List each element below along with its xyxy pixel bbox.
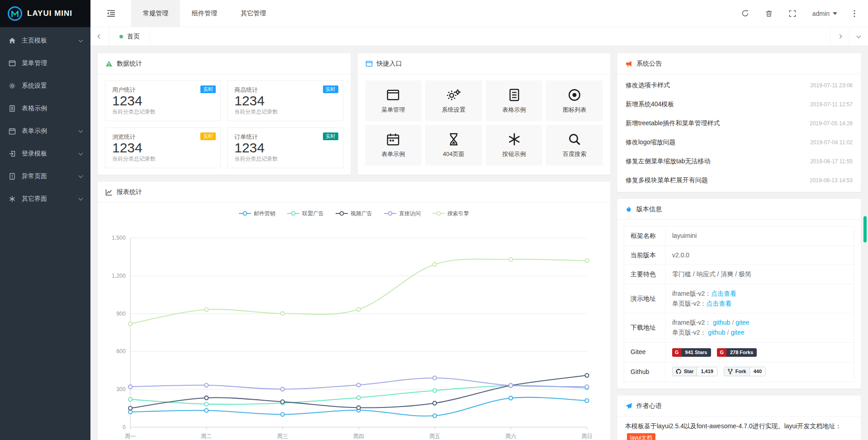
quick-entry-table-demo[interactable]: 表格示例 — [486, 80, 543, 121]
github-fork-badge[interactable]: Fork 440 — [724, 367, 766, 376]
quick-entry-menu-manage[interactable]: 菜单管理 — [365, 80, 422, 121]
notice-item-date: 2019-06-17 11:55 — [810, 158, 853, 165]
svg-text:周一: 周一 — [125, 433, 136, 440]
sidebar: LAYUI MINI 主页模板 菜单管理 系统设置 表格示例 表单 — [0, 0, 90, 440]
sidebar-item-menu-manage[interactable]: 菜单管理 — [0, 52, 90, 75]
quick-entry-system-settings[interactable]: 系统设置 — [425, 80, 482, 121]
scrollbar-thumb[interactable] — [863, 216, 867, 242]
legend-label: 直接访问 — [399, 210, 421, 218]
version-table: 框架名称 layuimini 当前版本 v2.0.0 主要特色 零门槛 / 响应… — [624, 226, 854, 382]
notice-item[interactable]: 修复左侧菜单缩放tab无法移动 2019-06-17 11:55 — [617, 152, 861, 171]
svg-text:900: 900 — [116, 311, 126, 317]
refresh-button[interactable] — [741, 9, 749, 17]
download-single-gitee-link[interactable]: gitee — [730, 329, 744, 336]
tab-scroll-left-button[interactable] — [90, 27, 109, 46]
panel-title: 报表统计 — [117, 188, 142, 196]
current-version-value: v2.0.0 — [666, 246, 854, 265]
demo-iframe-link[interactable]: 点击查看 — [711, 290, 736, 297]
version-row-label: 框架名称 — [624, 227, 666, 246]
calendar-icon — [9, 128, 16, 135]
version-row-label: Github — [624, 362, 666, 382]
trash-icon — [765, 10, 773, 17]
gitee-stars-badge[interactable]: G 941 Stars — [672, 348, 711, 357]
fullscreen-button[interactable] — [789, 10, 796, 17]
panel-title: 版本信息 — [636, 205, 662, 213]
notice-item[interactable]: 修改logo缩放问题 2019-07-04 11:02 — [617, 133, 861, 152]
notice-item[interactable]: 修复多模块菜单栏展开有问题 2019-06-13 14:53 — [617, 171, 861, 190]
download-iframe-github-link[interactable]: github — [713, 319, 730, 326]
download-single-github-link[interactable]: github — [708, 329, 725, 336]
stat-value: 1234 — [112, 141, 213, 155]
sidebar-item-login-template[interactable]: 登录模板 — [0, 142, 90, 165]
legend-item[interactable]: 联盟广告 — [287, 210, 324, 218]
quick-entry-label: 系统设置 — [442, 106, 465, 114]
sidebar-item-home[interactable]: 主页模板 — [0, 29, 90, 52]
clear-cache-button[interactable] — [765, 10, 773, 17]
notice-item-date: 2019-07-11 23:06 — [810, 82, 853, 89]
quick-entry-baidu-search[interactable]: 百度搜索 — [546, 125, 603, 166]
notice-item[interactable]: 修改选项卡样式 2019-07-11 23:06 — [617, 76, 861, 95]
demo-links-cell: iframe版-v2：点击查看 单页版-v2：点击查看 — [666, 284, 854, 313]
github-fork-label: Fork — [735, 369, 746, 374]
sidebar-collapse-button[interactable] — [90, 0, 131, 27]
bullhorn-icon — [625, 60, 632, 67]
demo-iframe-prefix: iframe版-v2： — [672, 290, 711, 297]
gitee-forks-badge[interactable]: G 278 Forks — [717, 348, 757, 357]
table-row: 当前版本 v2.0.0 — [624, 246, 854, 265]
stats-panel: 数据统计 用户统计 1234 当前分类总记录数 实时 商品统计 1 — [97, 53, 351, 175]
download-iframe-gitee-link[interactable]: gitee — [735, 319, 749, 326]
tab-home[interactable]: 首页 — [109, 27, 150, 46]
quick-entry-form-demo[interactable]: 表单示例 — [365, 125, 422, 166]
stat-card-orders: 订单统计 1234 当前分类总记录数 实时 — [227, 128, 343, 168]
notice-item-title: 新增treetable插件和菜单管理样式 — [626, 119, 720, 128]
user-dropdown[interactable]: admin — [812, 10, 837, 17]
quick-entry-icon-list[interactable]: 图标列表 — [546, 80, 603, 121]
github-star-count: 1,419 — [697, 367, 717, 376]
logo[interactable]: LAYUI MINI — [0, 0, 90, 27]
author-line1: 本模板基于layui2.5.4以及font-awesome-4.7.0进行实现。… — [625, 422, 841, 430]
stat-value: 1234 — [234, 141, 336, 155]
github-star-badge[interactable]: Star 1,419 — [672, 367, 717, 376]
sidebar-item-error-pages[interactable]: 异常页面 — [0, 165, 90, 188]
sidebar-item-system-settings[interactable]: 系统设置 — [0, 75, 90, 97]
layui-doc-badge[interactable]: layui文档 — [627, 433, 655, 440]
tab-scroll-right-button[interactable] — [830, 27, 849, 46]
tab-operations-dropdown[interactable] — [849, 27, 868, 46]
legend-item[interactable]: 视频广告 — [336, 210, 372, 218]
notice-item[interactable]: 新增系统404模板 2019-07-11 12:57 — [617, 95, 861, 114]
app-title: LAYUI MINI — [27, 9, 72, 18]
quick-entry-404-page[interactable]: 404页面 — [425, 125, 482, 166]
legend-item[interactable]: 直接访问 — [384, 210, 421, 218]
nav-tab-other-manage[interactable]: 其它管理 — [229, 0, 278, 27]
chevron-down-icon — [79, 196, 83, 201]
nav-tab-component-manage[interactable]: 组件管理 — [180, 0, 229, 27]
github-badges-cell: Star 1,419 Fork — [666, 362, 854, 382]
link-separator: / — [732, 319, 734, 326]
legend-item[interactable]: 搜索引擎 — [432, 210, 469, 218]
legend-item[interactable]: 邮件营销 — [239, 210, 275, 218]
sidebar-item-label: 主页模板 — [22, 37, 47, 45]
quick-entry-label: 菜单管理 — [381, 106, 405, 114]
content-right-column: 系统公告 修改选项卡样式 2019-07-11 23:06 新增系统404模板 … — [617, 53, 861, 440]
author-panel-header: 作者心语 — [617, 396, 861, 416]
feature-value: 零门槛 / 响应式 / 清爽 / 极简 — [666, 265, 854, 284]
stats-grid: 用户统计 1234 当前分类总记录数 实时 商品统计 1234 当前分类总记录数… — [98, 74, 351, 175]
sidebar-item-form-demo[interactable]: 表单示例 — [0, 120, 90, 142]
notice-list: 修改选项卡样式 2019-07-11 23:06 新增系统404模板 2019-… — [617, 74, 861, 192]
sidebar-item-label: 系统设置 — [22, 82, 47, 90]
demo-single-link[interactable]: 点击查看 — [706, 300, 731, 307]
notice-item[interactable]: 新增treetable插件和菜单管理样式 2019-07-05 14:28 — [617, 114, 861, 133]
more-menu-button[interactable] — [854, 10, 855, 17]
sidebar-item-label: 异常页面 — [22, 172, 47, 180]
report-panel-header: 报表统计 — [98, 182, 610, 203]
quick-entry-button-demo[interactable]: 按钮示例 — [486, 125, 543, 166]
paper-plane-icon — [625, 402, 632, 410]
nav-tab-general-manage[interactable]: 常规管理 — [131, 0, 180, 27]
table-row: 框架名称 layuimini — [624, 227, 854, 246]
hourglass-icon — [447, 132, 460, 146]
sidebar-item-table-demo[interactable]: 表格示例 — [0, 97, 90, 120]
quick-entry-panel: 快捷入口 菜单管理 系统设置 — [357, 53, 611, 175]
version-row-label: 下载地址 — [624, 313, 666, 342]
sidebar-item-other-ui[interactable]: 其它界面 — [0, 188, 90, 210]
stat-card-users: 用户统计 1234 当前分类总记录数 实时 — [105, 80, 221, 121]
